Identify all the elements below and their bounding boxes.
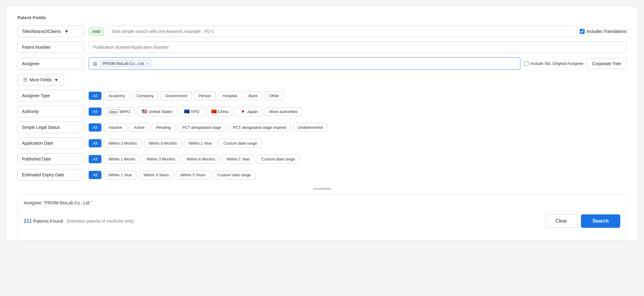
resize-handle[interactable]	[17, 185, 627, 195]
assignee-type-government[interactable]: Government	[161, 91, 192, 100]
include-std-label[interactable]: Include Std. Original Assignee	[524, 61, 583, 66]
pub-date-1year[interactable]: Within 1 Year	[222, 155, 255, 164]
legal-status-all[interactable]: All	[89, 123, 101, 132]
assignee-type-other[interactable]: Other	[265, 91, 284, 100]
query-preview-area: Assignee: "PRISM BioLab Co., Ltd." 211 P…	[17, 195, 627, 241]
authority-label: Authority	[17, 106, 84, 117]
legal-status-undetermined[interactable]: Undetermined	[293, 123, 327, 132]
pub-date-custom[interactable]: Custom date range	[257, 155, 300, 164]
assignee-type-academy[interactable]: Academy	[104, 91, 129, 100]
pub-date-3months[interactable]: Within 3 Months	[142, 155, 179, 164]
authority-options: All wipoWIPO 🇺🇸United States 🇪🇺EPO 🇨🇳Chi…	[89, 107, 302, 116]
expiry-date-1year[interactable]: Within 1 Year	[104, 171, 136, 179]
legal-status-pct-designated[interactable]: PCT designated stage	[178, 123, 226, 132]
simple-legal-status-row: Simple Legal Status All Inactive Active …	[17, 122, 627, 133]
legal-status-active[interactable]: Active	[129, 123, 149, 132]
expiry-date-all[interactable]: All	[89, 171, 101, 179]
search-row: Title/Abstract/Claims ▼ AND Includes Tra…	[17, 26, 627, 37]
pub-date-6months[interactable]: Within 6 Months	[182, 155, 219, 164]
assignee-type-company[interactable]: Company	[132, 91, 158, 100]
assignee-type-person[interactable]: Person	[194, 91, 216, 100]
application-date-options: All Within 3 Months Within 6 Months With…	[89, 139, 262, 148]
authority-us[interactable]: 🇺🇸United States	[137, 107, 177, 116]
footer-buttons: Clear Search	[545, 214, 620, 228]
assignee-row: Assignee 🏢 PRISM BioLab Co., Ltd. × Incl…	[17, 57, 627, 70]
patents-found: 211 Patents Found (Invention patents of …	[24, 218, 134, 224]
legal-status-inactive[interactable]: Inactive	[104, 123, 127, 132]
assignee-type-options: All Academy Company Government Person Ho…	[89, 91, 284, 100]
results-footer: 211 Patents Found (Invention patents of …	[24, 210, 620, 235]
app-date-all[interactable]: All	[89, 139, 101, 147]
authority-china[interactable]: 🇨🇳China	[207, 107, 233, 116]
published-date-label: Published Date	[17, 153, 84, 165]
include-std-checkbox[interactable]	[524, 61, 529, 66]
main-panel: Patent Fields Title/Abstract/Claims ▼ AN…	[6, 6, 638, 241]
expiry-date-3years[interactable]: Within 3 Years	[139, 171, 173, 179]
authority-japan[interactable]: 🇯🇵Japan	[235, 107, 262, 116]
simple-legal-status-label: Simple Legal Status	[17, 122, 84, 133]
dropdown-arrow-icon: ▼	[65, 29, 69, 34]
simple-legal-status-options: All Inactive Active Pending PCT designat…	[89, 123, 327, 132]
assignee-building-icon: 🏢	[93, 61, 97, 66]
published-date-row: Published Date All Within 1 Month Within…	[17, 153, 627, 165]
estimated-expiry-options: All Within 1 Year Within 3 Years Within …	[89, 171, 256, 179]
assignee-tag-remove[interactable]: ×	[146, 62, 149, 65]
patent-number-input[interactable]	[89, 41, 627, 53]
keyword-search-input[interactable]	[107, 26, 577, 37]
corporate-tree-button[interactable]: Corporate Tree	[586, 58, 627, 69]
japan-flag-icon: 🇯🇵	[240, 109, 246, 114]
legal-status-pending[interactable]: Pending	[152, 123, 175, 132]
includes-translations-label[interactable]: Includes Translations	[580, 29, 627, 34]
chevron-down-icon: ▼	[54, 78, 58, 82]
patent-number-row: Patent Number	[17, 41, 627, 53]
clear-button[interactable]: Clear	[545, 214, 577, 228]
assignee-label: Assignee	[17, 58, 84, 69]
authority-more[interactable]: More authorities	[265, 107, 302, 116]
assignee-tag: PRISM BioLab Co., Ltd. ×	[100, 60, 151, 67]
assignee-type-hospital[interactable]: Hospital	[218, 91, 242, 100]
application-date-row: Application Date All Within 3 Months Wit…	[17, 137, 627, 149]
us-flag-icon: 🇺🇸	[142, 109, 147, 114]
legal-status-pct-expired[interactable]: PCT designated stage expired	[228, 123, 291, 132]
estimated-expiry-label: Estimated Expiry Date	[17, 169, 84, 181]
authority-row: Authority All wipoWIPO 🇺🇸United States 🇪…	[17, 106, 627, 117]
app-date-3months[interactable]: Within 3 Months	[104, 139, 141, 148]
pub-date-1month[interactable]: Within 1 Month	[104, 155, 140, 164]
patents-found-note: (Invention patents of medicine only)	[67, 219, 134, 224]
app-date-1year[interactable]: Within 1 Year	[184, 139, 217, 148]
expiry-date-custom[interactable]: Custom date range	[213, 171, 256, 179]
section-title: Patent Fields	[17, 15, 627, 20]
search-input-area: AND Includes Translations	[89, 26, 627, 37]
includes-translations-checkbox[interactable]	[580, 29, 585, 34]
assignee-type-row: Assignee Type All Academy Company Govern…	[17, 90, 627, 101]
application-date-label: Application Date	[17, 137, 84, 149]
estimated-expiry-date-row: Estimated Expiry Date All Within 1 Year …	[17, 169, 627, 181]
assignee-type-bank[interactable]: Bank	[244, 91, 262, 100]
more-fields-button[interactable]: ☷ More Fields ▼	[17, 74, 64, 86]
app-date-6months[interactable]: Within 6 Months	[144, 139, 182, 148]
assignee-input-wrapper[interactable]: 🏢 PRISM BioLab Co., Ltd. ×	[89, 57, 520, 70]
authority-all[interactable]: All	[89, 107, 101, 116]
filter-icon: ☷	[23, 77, 27, 83]
epo-flag-icon: 🇪🇺	[184, 109, 190, 114]
published-date-options: All Within 1 Month Within 3 Months Withi…	[89, 155, 300, 164]
field-selector[interactable]: Title/Abstract/Claims ▼	[17, 26, 84, 37]
assignee-type-all[interactable]: All	[89, 92, 101, 100]
pub-date-all[interactable]: All	[89, 155, 101, 163]
china-flag-icon: 🇨🇳	[211, 109, 217, 114]
patent-count: 211	[24, 218, 32, 224]
patent-number-label: Patent Number	[17, 41, 84, 53]
app-date-custom[interactable]: Custom date range	[219, 139, 262, 148]
and-badge[interactable]: AND	[89, 27, 104, 36]
patents-found-label: Patents Found	[33, 218, 63, 224]
assignee-type-label: Assignee Type	[17, 90, 84, 101]
expiry-date-5years[interactable]: Within 5 Years	[176, 171, 210, 179]
query-text: Assignee: "PRISM BioLab Co., Ltd."	[24, 200, 620, 205]
search-button[interactable]: Search	[581, 214, 620, 228]
resize-pill	[313, 188, 331, 190]
authority-epo[interactable]: 🇪🇺EPO	[179, 107, 204, 116]
wipo-icon: wipo	[108, 109, 119, 114]
authority-wipo[interactable]: wipoWIPO	[104, 107, 135, 116]
